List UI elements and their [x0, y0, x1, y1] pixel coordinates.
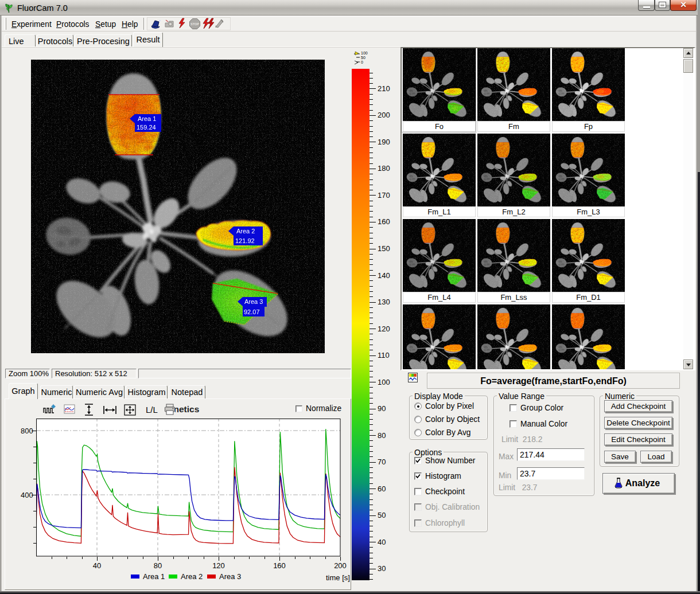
- svg-text:159.24: 159.24: [137, 124, 156, 131]
- svg-text:92.07: 92.07: [244, 308, 260, 315]
- svg-text:100: 100: [361, 51, 368, 55]
- svg-text:STOP: STOP: [190, 22, 199, 26]
- svg-text:0: 0: [361, 60, 363, 64]
- svg-text:50: 50: [361, 56, 365, 60]
- svg-text:Area 1: Area 1: [138, 115, 156, 122]
- svg-text:Area 2: Area 2: [236, 228, 255, 235]
- svg-text:121.92: 121.92: [235, 237, 255, 244]
- svg-text:Area 3: Area 3: [244, 298, 263, 305]
